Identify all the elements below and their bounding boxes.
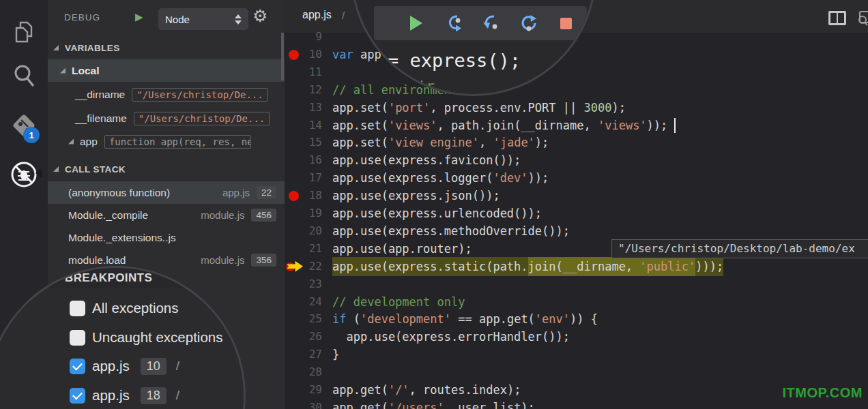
callstack-frame-row[interactable]: module.loadmodule.js356: [48, 249, 285, 271]
code-token: , path.join(__dirname,: [437, 119, 598, 132]
explorer-icon[interactable]: [0, 14, 48, 52]
line-number[interactable]: 30: [285, 399, 322, 409]
code-line-14[interactable]: 14app.set('views', path.join(__dirname, …: [285, 117, 868, 134]
start-debug-button[interactable]: ▶: [135, 7, 143, 29]
breakpoint-path-hint: /: [176, 388, 179, 403]
variables-header-label: VARIABLES: [65, 43, 120, 53]
code-line-23[interactable]: 23: [285, 275, 868, 293]
split-editor-icon[interactable]: [828, 11, 846, 25]
callstack-frame-row[interactable]: (anonymous function)app.js22: [48, 181, 285, 204]
callstack-frame-row[interactable]: Module._compilemodule.js456: [48, 204, 285, 226]
restart-button[interactable]: [519, 14, 539, 33]
tab-app-js[interactable]: app.js: [302, 9, 332, 21]
line-number[interactable]: 15: [285, 134, 322, 151]
code-token: app.use(app.router);: [332, 242, 472, 256]
code-token: 'public': [639, 257, 695, 276]
code-line-12[interactable]: 12// all environments: [285, 81, 868, 99]
line-number[interactable]: 11: [285, 63, 322, 81]
code-line-20[interactable]: 20app.use(express.methodOverride());: [285, 222, 868, 240]
line-number[interactable]: 29: [285, 381, 322, 399]
breakpoint-label: Uncaught exceptions: [92, 329, 222, 346]
line-number[interactable]: 20: [285, 222, 322, 240]
code-line-15[interactable]: 15app.set('view engine', 'jade');: [285, 134, 868, 151]
variable-row[interactable]: __dirname"/Users/christop/De...: [48, 83, 285, 106]
code-token: 'views': [388, 119, 437, 132]
variable-row[interactable]: __filename"/Users/christop/De...: [48, 107, 285, 130]
line-number[interactable]: 19: [285, 204, 322, 222]
code-line-19[interactable]: 19app.use(express.urlencoded());: [285, 204, 868, 222]
code-line-25[interactable]: 25if ('development' == app.get('env')) {: [285, 310, 868, 328]
line-number[interactable]: 25: [285, 310, 322, 328]
code-line-11[interactable]: 11: [285, 63, 868, 81]
frame-file: app.js: [222, 187, 250, 198]
line-number[interactable]: 27: [285, 346, 322, 363]
code-line-18[interactable]: 18app.use(express.json());: [285, 187, 868, 204]
code-token: 'port': [388, 101, 430, 115]
code-line-26[interactable]: 26 app.use(express.errorHandler());: [285, 328, 868, 346]
code-token: )) {: [570, 312, 598, 326]
code-line-13[interactable]: 13app.set('port', process.env.PORT || 30…: [285, 99, 868, 117]
stop-button[interactable]: [555, 14, 576, 33]
code-line-10[interactable]: 10var app = express();: [285, 46, 868, 63]
line-text: app.use(express.logger('dev'));: [332, 169, 549, 187]
frame-name: Module._extensions..js: [68, 232, 176, 244]
code-token: );: [535, 136, 549, 149]
code-line-24[interactable]: 24// development only: [285, 293, 868, 311]
line-text: app.set('views', path.join(__dirname, 'v…: [332, 117, 667, 134]
line-number[interactable]: 16: [285, 151, 322, 169]
step-over-button[interactable]: [445, 14, 465, 33]
breakpoint-row[interactable]: app.js10/: [0, 354, 246, 378]
code-token: )));: [695, 257, 723, 276]
code-line-30[interactable]: 30app.get('/users', user.list);: [285, 399, 868, 409]
code-line-29[interactable]: 29app.get('/', routes.index);: [285, 381, 868, 399]
breakpoint-row[interactable]: Uncaught exceptions: [0, 326, 246, 349]
frame-location: module.js456: [201, 209, 276, 222]
continue-button[interactable]: [405, 14, 426, 33]
code-token: 'env': [535, 312, 570, 326]
breakpoint-checkbox[interactable]: [70, 388, 85, 404]
collapse-icon: [53, 45, 59, 50]
variable-name: __dirname: [75, 89, 125, 101]
search-icon[interactable]: [0, 57, 48, 95]
line-number[interactable]: 9: [285, 28, 322, 46]
step-into-button[interactable]: [481, 14, 502, 33]
line-number[interactable]: 23: [285, 275, 322, 293]
breakpoint-checkbox[interactable]: [70, 330, 85, 346]
no-bug-icon: [9, 160, 39, 190]
code-line-28[interactable]: 28: [285, 363, 868, 381]
code-line-16[interactable]: 16app.use(express.favicon());: [285, 151, 868, 169]
breakpoint-checkbox[interactable]: [70, 359, 85, 374]
preview-zoom-icon[interactable]: [857, 11, 868, 26]
line-number[interactable]: 28: [285, 363, 322, 381]
configure-gear-icon[interactable]: ⚙: [252, 6, 267, 26]
breakpoint-path-hint: /: [176, 359, 179, 374]
code-token: );: [611, 101, 625, 115]
line-number[interactable]: 12: [285, 81, 322, 99]
code-line-27[interactable]: 27}: [285, 346, 868, 363]
sidebar-scrollbar[interactable]: [281, 33, 284, 80]
launch-config-dropdown[interactable]: Node: [158, 8, 248, 30]
breakpoint-dot[interactable]: [289, 191, 299, 201]
line-number[interactable]: 26: [285, 328, 322, 346]
line-number[interactable]: 24: [285, 293, 322, 311]
line-number[interactable]: 17: [285, 169, 322, 187]
callstack-frame-row[interactable]: Module._extensions..js: [48, 226, 285, 249]
code-line-22[interactable]: 22app.use(express.static(path.join(__dir…: [285, 258, 868, 275]
line-number[interactable]: 14: [285, 117, 322, 134]
code-token: , process.env.PORT ||: [430, 101, 583, 115]
frame-line-badge: 456: [251, 209, 276, 222]
dropdown-arrows-icon: [235, 14, 242, 25]
line-number[interactable]: 13: [285, 99, 322, 117]
callstack-section-header[interactable]: CALL STACK: [48, 159, 285, 179]
line-number[interactable]: 21: [285, 240, 322, 258]
line-text: app.set('port', process.env.PORT || 3000…: [332, 99, 626, 117]
variable-row[interactable]: appfunction app(req, res, ne...: [48, 130, 285, 153]
breakpoint-row[interactable]: app.js18/: [0, 384, 246, 407]
frame-location: app.js22: [222, 186, 276, 199]
scope-local-row[interactable]: Local: [48, 59, 285, 82]
variables-section-header[interactable]: VARIABLES: [48, 37, 285, 58]
breakpoint-checkbox[interactable]: [70, 301, 85, 316]
code-line-17[interactable]: 17app.use(express.logger('dev'));: [285, 169, 868, 187]
breakpoint-dot[interactable]: [289, 50, 299, 60]
line-text: app.use(express.methodOverride());: [332, 222, 570, 240]
